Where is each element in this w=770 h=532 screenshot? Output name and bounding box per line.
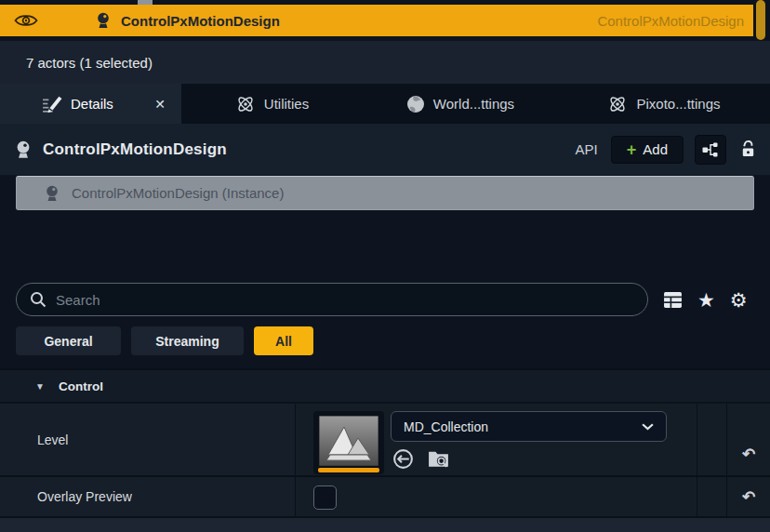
- add-button-label: Add: [643, 141, 668, 157]
- search-input-container[interactable]: [16, 283, 648, 316]
- browse-to-asset-icon[interactable]: [427, 448, 450, 470]
- mountains-icon: [319, 416, 378, 466]
- settings-gear-icon[interactable]: ⚙: [730, 290, 748, 310]
- header-actions: API + Add: [576, 135, 757, 165]
- overlay-reset-cell: ↶: [727, 477, 770, 516]
- collapse-triangle-icon[interactable]: ▼: [35, 381, 45, 392]
- lock-button[interactable]: [739, 140, 757, 159]
- overlay-preview-label-cell: Overlay Preview: [0, 477, 296, 516]
- tab-utilities[interactable]: Utilities: [181, 84, 363, 124]
- level-asset-dropdown[interactable]: MD_Collection: [391, 411, 667, 442]
- open-padlock-icon: [739, 140, 757, 159]
- selected-actor-type: ControlPxMotionDesign: [597, 13, 744, 29]
- visibility-eye-icon[interactable]: [14, 13, 38, 28]
- actor-count-text: 7 actors (1 selected): [26, 55, 153, 71]
- property-row-level: Level: [0, 404, 770, 477]
- outliner-status-bar: 7 actors (1 selected): [0, 41, 770, 84]
- blueprint-hierarchy-button[interactable]: [695, 135, 726, 165]
- outliner-scrollbar[interactable]: [753, 0, 770, 42]
- reset-to-default-icon[interactable]: ↶: [742, 445, 755, 464]
- level-asset-value: MD_Collection: [404, 419, 488, 434]
- filter-general-button[interactable]: General: [16, 326, 121, 355]
- outliner-selected-row[interactable]: ControlPxMotionDesign ControlPxMotionDes…: [0, 5, 753, 36]
- chevron-down-icon: [642, 423, 654, 431]
- grid-spacer: [697, 404, 727, 475]
- add-component-button[interactable]: + Add: [611, 136, 684, 164]
- scrollbar-thumb[interactable]: [756, 0, 765, 40]
- node-graph-icon: [701, 140, 720, 159]
- use-selected-asset-icon[interactable]: [392, 447, 415, 471]
- search-input[interactable]: [56, 292, 634, 308]
- filter-all-button[interactable]: All: [254, 326, 313, 355]
- section-label: Control: [59, 379, 103, 393]
- level-label-cell: Level: [0, 404, 296, 475]
- display-filter-grid-icon[interactable]: [663, 291, 683, 309]
- details-header: ControlPxMotionDesign API + Add: [0, 124, 770, 175]
- search-icon: [30, 291, 46, 308]
- grid-spacer: [697, 477, 727, 516]
- cine-camera-icon: [94, 11, 113, 30]
- search-toolbar: ★ ⚙: [663, 290, 748, 310]
- selected-actor-name[interactable]: ControlPxMotionDesign: [121, 13, 280, 29]
- tab-bar: Details ✕ Utilities: [0, 84, 770, 124]
- cine-camera-icon: [43, 184, 61, 203]
- instance-label: ControlPxMotionDesign (Instance): [72, 185, 284, 201]
- overlay-preview-label: Overlay Preview: [37, 489, 132, 504]
- unreal-details-panel: ControlPxMotionDesign ControlPxMotionDes…: [0, 0, 770, 532]
- tab-utilities-label[interactable]: Utilities: [264, 96, 309, 112]
- next-row-partial: [0, 518, 770, 532]
- level-reset-cell: ↶: [727, 404, 770, 475]
- api-label[interactable]: API: [576, 141, 598, 157]
- tab-world-settings[interactable]: World...ttings: [363, 84, 558, 124]
- globe-icon: [406, 95, 425, 113]
- asset-tool-icons: [392, 447, 450, 471]
- property-row-overlay-preview: Overlay Preview ↶: [0, 477, 770, 518]
- tab-pixoto-settings-label[interactable]: Pixoto...ttings: [636, 96, 720, 112]
- level-label: Level: [37, 432, 68, 447]
- cine-camera-icon: [13, 140, 33, 160]
- tab-pixoto-settings[interactable]: Pixoto...ttings: [558, 84, 770, 124]
- property-grid: Level: [0, 404, 770, 532]
- details-pencil-icon: [41, 93, 62, 114]
- plus-icon: +: [627, 141, 637, 158]
- level-value-cell: MD_Collection: [296, 404, 697, 475]
- tab-details-label[interactable]: Details: [71, 96, 113, 112]
- thumbnail-underline: [318, 468, 379, 472]
- utilities-atom-icon: [235, 94, 256, 114]
- search-row: ★ ⚙: [0, 282, 770, 317]
- control-section-header[interactable]: ▼ Control: [0, 368, 770, 403]
- overlay-preview-checkbox[interactable]: [313, 485, 337, 510]
- pixoto-atom-icon: [607, 94, 628, 114]
- filter-streaming-button[interactable]: Streaming: [131, 326, 244, 355]
- details-title: ControlPxMotionDesign: [43, 140, 227, 159]
- close-tab-icon[interactable]: ✕: [154, 97, 166, 112]
- tab-details[interactable]: Details ✕: [0, 84, 181, 124]
- level-asset-thumbnail[interactable]: [313, 411, 384, 474]
- filter-button-row: General Streaming All: [16, 326, 313, 355]
- favorites-star-icon[interactable]: ★: [697, 290, 715, 310]
- tab-world-settings-label[interactable]: World...ttings: [433, 96, 514, 112]
- overlay-preview-value-cell: [296, 477, 697, 516]
- reset-to-default-icon[interactable]: ↶: [742, 487, 755, 507]
- instance-row[interactable]: ControlPxMotionDesign (Instance): [16, 176, 754, 210]
